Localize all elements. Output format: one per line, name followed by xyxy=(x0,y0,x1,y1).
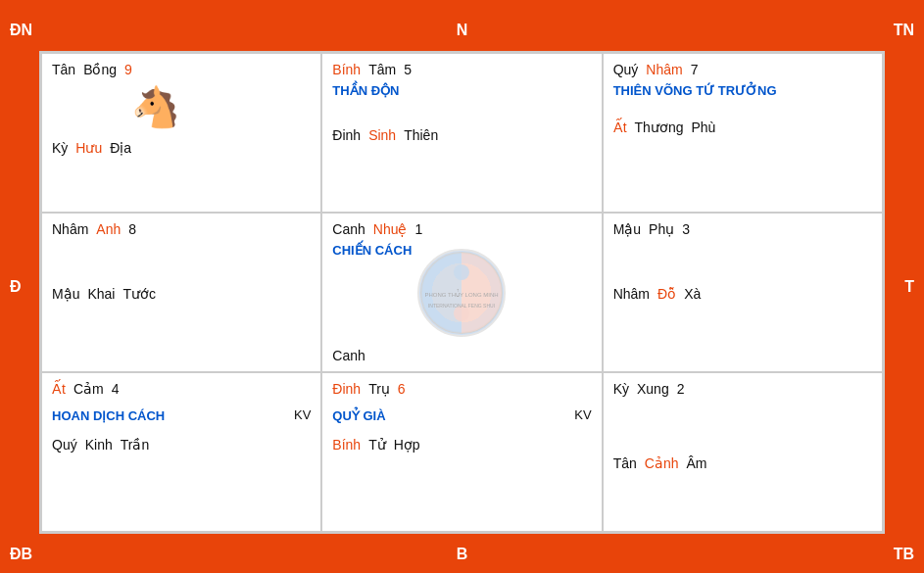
br-r1-0: Kỳ xyxy=(613,381,629,397)
tr-r1-0: Quý xyxy=(613,62,639,77)
bm-r1-2: 6 xyxy=(398,381,406,397)
ml-r2-0: Mậu xyxy=(52,286,79,302)
tr-r1-2: 7 xyxy=(691,62,699,77)
main-grid: Tân Bồng 9 🐴 Kỳ Hưu Địa Bính Tâm 5 THẦN … xyxy=(39,51,885,534)
mr-r1-1: Phụ xyxy=(649,221,674,237)
cell-mid-mid: Canh Nhuệ 1 CHIẾN CÁCH PHONG THỦY LONG M… xyxy=(321,213,602,372)
svg-point-0 xyxy=(421,253,502,333)
label-b: B xyxy=(457,546,468,563)
mm-r1-2: 1 xyxy=(414,221,422,237)
cell-top-mid: Bính Tâm 5 THẦN ĐỘN Đinh Sinh Thiên xyxy=(321,53,602,213)
label-t: T xyxy=(904,278,914,296)
tl-r2-0: Kỳ xyxy=(52,140,68,156)
tr-title: THIÊN VÕNG TỨ TRƯỞNG xyxy=(613,83,872,98)
tl-r1-0: Tân xyxy=(52,62,75,77)
bl-r2-2: Trần xyxy=(121,437,149,453)
tr-r2-0: Ất xyxy=(613,119,627,135)
label-tn: TN xyxy=(894,22,914,39)
bm-r2-1: Tử xyxy=(368,437,386,453)
svg-point-2 xyxy=(454,306,469,321)
horse-icon: 🐴 xyxy=(131,84,231,130)
mr-r2-0: Nhâm xyxy=(613,286,650,302)
br-r2-2: Âm xyxy=(686,455,706,471)
bm-r1-1: Trụ xyxy=(368,381,390,397)
cell-mid-left: Nhâm Anh 8 Mậu Khai Tước xyxy=(41,213,321,372)
cell-bot-left: Ất Cảm 4 HOAN DỊCH CÁCH KV Quý Kinh Trần xyxy=(41,372,321,532)
tr-r1-1: Nhâm xyxy=(646,62,682,77)
bl-r2-0: Quý xyxy=(52,437,77,453)
cell-top-right: Quý Nhâm 7 THIÊN VÕNG TỨ TRƯỞNG Ất Thươn… xyxy=(603,53,883,213)
br-r2-1: Cảnh xyxy=(645,455,679,471)
br-r1-2: 2 xyxy=(677,381,685,397)
bl-r1-2: 4 xyxy=(112,381,120,397)
tm-r2-1: Sinh xyxy=(368,127,396,143)
cell-mid-right: Mậu Phụ 3 Nhâm Đỗ Xà xyxy=(603,213,883,372)
br-r1-1: Xung xyxy=(637,381,669,397)
bl-r2-1: Kinh xyxy=(85,437,113,453)
label-d: Đ xyxy=(10,278,22,296)
br-r2-0: Tân xyxy=(613,455,637,471)
bl-r1-1: Cảm xyxy=(73,381,104,397)
svg-point-1 xyxy=(454,264,469,280)
mm-r1-0: Canh xyxy=(332,221,365,237)
svg-text:PHONG THỦY LONG MINH: PHONG THỦY LONG MINH xyxy=(425,289,499,298)
tr-r2-2: Phù xyxy=(691,119,715,135)
tm-r1-0: Bính xyxy=(332,62,361,77)
ml-r1-1: Anh xyxy=(96,221,121,237)
bl-kv: KV xyxy=(294,407,311,422)
tl-r2-1: Hưu xyxy=(75,140,102,156)
tl-r1-1: Bồng xyxy=(83,62,117,77)
bm-kv: KV xyxy=(574,407,591,422)
bm-r2-0: Bính xyxy=(332,437,361,453)
ml-r2-1: Khai xyxy=(87,286,115,302)
cell-bot-mid: Đinh Trụ 6 QUỶ GIÀ KV Bính Tử Hợp xyxy=(321,372,602,532)
watermark: PHONG THỦY LONG MINH INTERNATIONAL FENG … xyxy=(417,249,506,337)
bm-r1-0: Đinh xyxy=(332,381,361,397)
mr-r2-2: Xà xyxy=(684,286,701,302)
label-n: N xyxy=(457,22,468,39)
cell-top-left: Tân Bồng 9 🐴 Kỳ Hưu Địa xyxy=(41,53,321,213)
label-tb: TB xyxy=(894,546,914,563)
bm-title: QUỶ GIÀ xyxy=(332,408,385,423)
bl-title: HOAN DỊCH CÁCH xyxy=(52,408,165,423)
tm-r2-0: Đinh xyxy=(332,127,361,143)
label-db: ĐB xyxy=(10,546,32,563)
tm-r2-2: Thiên xyxy=(404,127,438,143)
mr-r2-1: Đỗ xyxy=(657,286,676,302)
mm-title: CHIẾN CÁCH xyxy=(332,243,591,258)
ml-r2-2: Tước xyxy=(122,286,156,302)
bm-r2-2: Hợp xyxy=(394,437,420,453)
ml-r1-2: 8 xyxy=(128,221,136,237)
mr-r1-0: Mậu xyxy=(613,221,641,237)
mm-r2-0: Canh xyxy=(332,348,365,363)
tm-title: THẦN ĐỘN xyxy=(332,83,591,98)
tr-r2-1: Thương xyxy=(635,119,684,135)
mr-r1-2: 3 xyxy=(682,221,690,237)
tm-r1-1: Tâm xyxy=(368,62,396,77)
mm-r1-1: Nhuệ xyxy=(373,221,408,237)
cell-bot-right: Kỳ Xung 2 Tân Cảnh Âm xyxy=(603,372,883,532)
bl-r1-0: Ất xyxy=(52,381,66,397)
label-dn: ĐN xyxy=(10,22,32,39)
ml-r1-0: Nhâm xyxy=(52,221,88,237)
tl-r1-2: 9 xyxy=(124,62,132,77)
tm-r1-2: 5 xyxy=(404,62,412,77)
svg-text:INTERNATIONAL FENG SHUI: INTERNATIONAL FENG SHUI xyxy=(428,303,495,309)
tl-r2-2: Địa xyxy=(110,140,131,156)
